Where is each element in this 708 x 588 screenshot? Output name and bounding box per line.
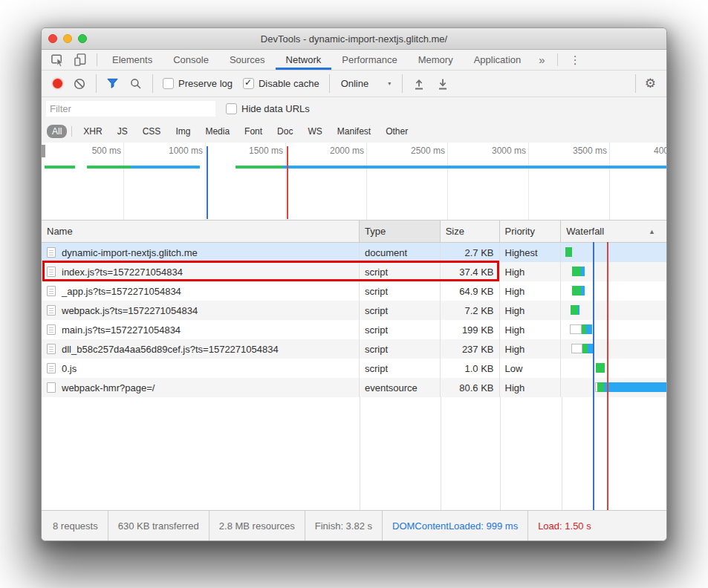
pill-all[interactable]: All: [47, 125, 67, 138]
pill-ws[interactable]: WS: [302, 125, 327, 138]
column-header-type[interactable]: Type: [360, 220, 441, 242]
priority-cell: High: [500, 320, 562, 339]
devtools-window: DevTools - dynamic-import-nextjs.glitch.…: [41, 27, 667, 541]
status-item: 2.8 MB resources: [209, 511, 305, 540]
column-header-label: Priority: [505, 226, 535, 237]
network-request-row[interactable]: index.js?ts=1572271054834script37.4 KBHi…: [42, 262, 666, 281]
import-har-button[interactable]: [407, 71, 431, 97]
column-header-waterfall[interactable]: Waterfall▲: [561, 220, 666, 242]
inspect-element-button[interactable]: [46, 50, 69, 70]
waterfall-bar-cyan: [588, 344, 593, 353]
overview-gridline: [285, 143, 286, 220]
pill-other[interactable]: Other: [380, 125, 413, 138]
column-header-priority[interactable]: Priority: [500, 220, 562, 242]
waterfall-cell: [561, 359, 666, 378]
network-request-row[interactable]: 0.jsscript1.0 KBLow: [42, 359, 666, 378]
request-name: dynamic-import-nextjs.glitch.me: [62, 247, 198, 258]
overview-tick-label: 4000 ms: [636, 146, 666, 156]
table-body: dynamic-import-nextjs.glitch.medocument2…: [42, 243, 666, 397]
more-tabs-button[interactable]: »: [531, 50, 552, 70]
throttling-dropdown[interactable]: Online ▾: [334, 78, 398, 89]
filter-toggle-button[interactable]: [101, 71, 124, 97]
waterfall-bar-green: [565, 247, 572, 257]
document-icon: [47, 247, 56, 258]
pill-media[interactable]: Media: [200, 125, 235, 138]
waterfall-cell: [561, 339, 666, 359]
waterfall-cell: [561, 262, 666, 281]
column-header-label: Name: [47, 226, 73, 237]
checkbox-icon: [163, 78, 174, 89]
column-separator: [441, 397, 441, 510]
search-button[interactable]: [124, 71, 148, 97]
waterfall-bar-green: [597, 382, 604, 392]
divider: [402, 74, 403, 93]
network-request-row[interactable]: main.js?ts=1572271054834script199 KBHigh: [42, 320, 666, 339]
network-overview-timeline[interactable]: 500 ms1000 ms1500 ms2000 ms2500 ms3000 m…: [42, 143, 666, 220]
tab-application[interactable]: Application: [464, 50, 532, 70]
tab-memory[interactable]: Memory: [408, 50, 464, 70]
window-title: DevTools - dynamic-import-nextjs.glitch.…: [42, 33, 666, 45]
pill-manifest[interactable]: Manifest: [332, 125, 376, 138]
overview-gridline: [366, 143, 367, 220]
request-name: main.js?ts=1572271054834: [62, 324, 181, 336]
resource-type-filter-bar: AllXHRJSCSSImgMediaFontDocWSManifestOthe…: [42, 120, 666, 143]
status-item: 630 KB transferred: [108, 511, 209, 540]
type-cell: script: [360, 262, 441, 281]
tab-network[interactable]: Network: [276, 50, 332, 70]
size-cell: 7.2 KB: [441, 301, 500, 320]
pill-font[interactable]: Font: [239, 125, 267, 138]
overview-gridline: [447, 143, 448, 220]
clear-network-log-button[interactable]: [68, 71, 91, 97]
network-request-row[interactable]: webpack-hmr?page=/eventsource80.6 KBHigh: [42, 378, 666, 397]
waterfall-cell: [561, 243, 666, 262]
status-item: 8 requests: [43, 511, 108, 540]
disable-cache-checkbox[interactable]: Disable cache: [238, 78, 325, 89]
inspect-cursor-icon: [51, 53, 65, 67]
tab-performance[interactable]: Performance: [331, 50, 407, 70]
divider: [635, 74, 636, 93]
divider: [96, 74, 97, 93]
waterfall-cell: [561, 378, 666, 397]
pill-css[interactable]: CSS: [137, 125, 166, 138]
waterfall-bar-green: [582, 344, 588, 353]
overview-scroll-grip[interactable]: [42, 145, 45, 157]
column-header-name[interactable]: Name: [42, 220, 360, 242]
overview-gridline: [205, 143, 206, 220]
pill-img[interactable]: Img: [170, 125, 195, 138]
document-icon: [47, 363, 56, 373]
search-icon: [129, 77, 143, 91]
network-toolbar: Preserve log Disable cache Online ▾: [42, 71, 666, 97]
pill-js[interactable]: JS: [112, 125, 133, 138]
tab-console[interactable]: Console: [163, 50, 219, 70]
devtools-menu-button[interactable]: ⋮: [562, 50, 588, 70]
minimize-window-button[interactable]: [63, 34, 72, 43]
filter-input[interactable]: [46, 101, 215, 117]
device-toolbar-button[interactable]: [69, 50, 92, 70]
record-network-log-button[interactable]: [48, 71, 68, 97]
network-request-row[interactable]: webpack.js?ts=1572271054834script7.2 KBH…: [42, 301, 666, 320]
tab-sources[interactable]: Sources: [219, 50, 276, 70]
network-request-row[interactable]: _app.js?ts=1572271054834script64.9 KBHig…: [42, 281, 666, 301]
network-request-row[interactable]: dynamic-import-nextjs.glitch.medocument2…: [42, 243, 666, 262]
table-header-row: NameTypeSizePriorityWaterfall▲: [42, 220, 666, 243]
divider: [97, 53, 97, 66]
pill-doc[interactable]: Doc: [272, 125, 298, 138]
type-cell: document: [360, 243, 441, 262]
hide-data-urls-checkbox[interactable]: Hide data URLs: [226, 103, 310, 114]
settings-gear-icon[interactable]: ⚙: [640, 77, 660, 90]
status-item: Load: 1.50 s: [527, 511, 601, 540]
sort-ascending-icon: ▲: [649, 228, 655, 235]
column-header-size[interactable]: Size: [441, 220, 500, 242]
network-request-row[interactable]: dll_b58c257da4aa56d89cef.js?ts=157227105…: [42, 339, 666, 359]
waterfall-bar-cyan: [581, 286, 585, 295]
export-har-button[interactable]: [431, 71, 455, 97]
waterfall-bar-cyan: [581, 267, 585, 276]
priority-cell: High: [500, 301, 562, 320]
tab-elements[interactable]: Elements: [102, 50, 163, 70]
pill-xhr[interactable]: XHR: [78, 125, 107, 138]
document-icon: [47, 305, 56, 316]
priority-cell: Highest: [500, 243, 562, 262]
preserve-log-checkbox[interactable]: Preserve log: [157, 78, 238, 89]
close-window-button[interactable]: [48, 34, 57, 43]
zoom-window-button[interactable]: [78, 34, 87, 43]
